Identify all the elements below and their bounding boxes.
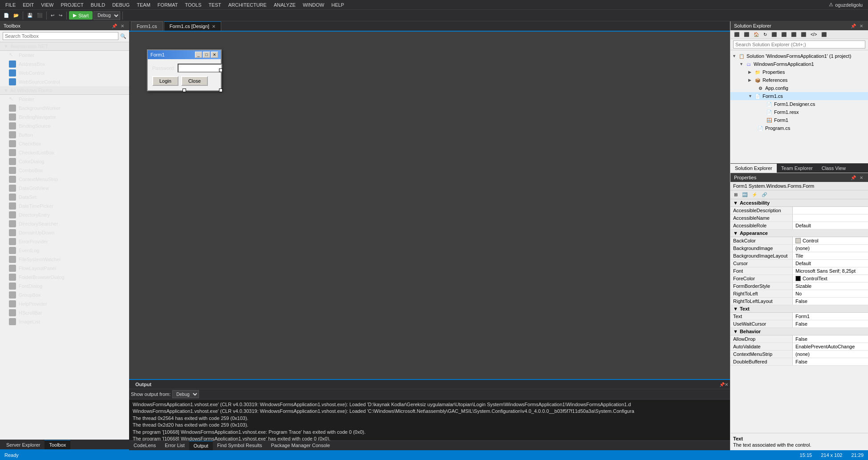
toolbox-item-bindingnavigator[interactable]: BindingNavigator xyxy=(0,113,129,121)
tab-codelens[interactable]: CodeLens xyxy=(129,441,160,450)
prop-val-cursor[interactable]: Default xyxy=(793,260,868,267)
tab-team-explorer[interactable]: Team Explorer xyxy=(777,164,817,173)
sol-tb-7[interactable]: ⬛ xyxy=(789,31,798,38)
menu-item-file[interactable]: FILE xyxy=(2,1,19,8)
toolbar-open[interactable]: 📂 xyxy=(12,12,20,19)
toolbox-item-imagelist[interactable]: ImageList xyxy=(0,317,129,326)
tab-form1cs[interactable]: Form1.cs xyxy=(131,21,163,31)
sol-tb-4[interactable]: ↻ xyxy=(762,31,769,38)
tree-form1-node[interactable]: 🪟 Form1 xyxy=(730,116,868,124)
menu-item-project[interactable]: PROJECT xyxy=(57,1,87,8)
toolbox-item-hscrollbar[interactable]: HScrollBar xyxy=(0,308,129,317)
toolbar-save[interactable]: 💾 xyxy=(25,12,34,19)
menu-item-build[interactable]: BUILD xyxy=(87,1,109,8)
tree-references[interactable]: ▶ 📦 References xyxy=(730,76,868,84)
prop-val-doublebuffered[interactable]: False xyxy=(793,358,868,365)
toolbox-pin-btn[interactable]: 📌 xyxy=(110,24,118,28)
prop-section-appearance[interactable]: ▼ Appearance xyxy=(730,230,868,237)
prop-val-allowdrop[interactable]: False xyxy=(793,335,868,343)
sol-tb-9[interactable]: </> xyxy=(809,31,819,38)
form-close-button[interactable]: Close xyxy=(181,76,208,86)
tree-project[interactable]: ▼ 🗂 WindowsFormsApplication1 xyxy=(730,60,868,68)
toolbox-item-helpprovider[interactable]: HelpProvider xyxy=(0,299,129,308)
toolbox-item-button[interactable]: Button xyxy=(0,130,129,139)
tab-output[interactable]: Output xyxy=(189,441,213,450)
toolbox-item-errorprovider[interactable]: ErrorProvider xyxy=(0,237,129,246)
toolbox-search-input[interactable] xyxy=(3,32,118,40)
menu-item-test[interactable]: TEST xyxy=(205,1,225,8)
prop-val-contextmenustrip[interactable]: (none) xyxy=(793,351,868,358)
sol-tb-8[interactable]: ⬛ xyxy=(799,31,808,38)
prop-val-bgimagelayout[interactable]: Tile xyxy=(793,252,868,259)
tab-server-explorer[interactable]: Server Explorer xyxy=(2,440,45,449)
toolbox-item-eventlog[interactable]: EventLog xyxy=(0,246,129,255)
toolbar-new[interactable]: 📄 xyxy=(2,12,11,19)
sol-tb-2[interactable]: ⬛ xyxy=(742,31,751,38)
tab-form1design-close[interactable]: ✕ xyxy=(212,24,215,29)
prop-section-text[interactable]: ▼ Text xyxy=(730,305,868,313)
tab-toolbox[interactable]: Toolbox xyxy=(45,440,70,449)
toolbox-section-winforms[interactable]: ▼ All Windows Forms xyxy=(0,86,129,95)
toolbox-item-pointer2[interactable]: ↖Pointer xyxy=(0,95,129,104)
prop-close-btn[interactable]: ✕ xyxy=(858,175,864,180)
menu-item-team[interactable]: TEAM xyxy=(133,1,154,8)
output-source-select[interactable]: Debug xyxy=(172,390,199,398)
prop-val-righttoleft[interactable]: No xyxy=(793,290,868,297)
output-pin-btn[interactable]: 📌 xyxy=(719,382,725,387)
sol-tb-5[interactable]: ⬛ xyxy=(770,31,779,38)
toolbox-item-checkedlistbox[interactable]: CheckedListBox xyxy=(0,148,129,157)
sol-tb-1[interactable]: ⬛ xyxy=(732,31,741,38)
toolbox-item-dataset[interactable]: DataSet xyxy=(0,193,129,202)
form-maximize-btn[interactable]: □ xyxy=(203,52,210,58)
toolbar-saveall[interactable]: ⬛ xyxy=(35,12,44,19)
toolbar-undo[interactable]: ↩ xyxy=(49,12,56,19)
menu-item-help[interactable]: HELP xyxy=(328,1,348,8)
tree-appconfig[interactable]: ⚙ App.config xyxy=(730,84,868,92)
prop-val-usewaitcursor[interactable]: False xyxy=(793,320,868,327)
tree-form1designer[interactable]: 📄 Form1.Designer.cs xyxy=(730,100,868,108)
login-button[interactable]: Login xyxy=(152,76,178,86)
tree-programcs[interactable]: 📄 Program.cs xyxy=(730,124,868,132)
menu-item-edit[interactable]: EDIT xyxy=(19,1,37,8)
sol-tb-10[interactable]: ⬛ xyxy=(819,31,828,38)
menu-item-debug[interactable]: DEBUG xyxy=(109,1,133,8)
toolbox-item-webcontrol[interactable]: WebControl xyxy=(0,69,129,77)
menu-item-window[interactable]: WINDOW xyxy=(299,1,328,8)
prop-val-autovalidate[interactable]: EnablePreventAutoChange xyxy=(793,343,868,350)
toolbox-item-websourcecontrol[interactable]: WebSourceControl xyxy=(0,77,129,86)
prop-tb-events[interactable]: ⚡ xyxy=(750,191,759,198)
solution-search-input[interactable] xyxy=(733,40,865,48)
toolbox-item-combobox[interactable]: ComboBox xyxy=(0,166,129,175)
sol-pin-btn[interactable]: 📌 xyxy=(849,24,857,28)
toolbox-item-directorysearcher[interactable]: DirectorySearcher xyxy=(0,219,129,228)
menu-item-format[interactable]: FORMAT xyxy=(154,1,182,8)
toolbox-item-contextmenustrip[interactable]: ContextMenuStrip xyxy=(0,175,129,184)
prop-tb-link[interactable]: 🔗 xyxy=(760,191,769,198)
tab-errorlist[interactable]: Error List xyxy=(160,441,189,450)
prop-section-accessibility[interactable]: ▼ Accessibility xyxy=(730,199,868,207)
design-canvas[interactable]: Form1 _ □ ✕ Password: Login Close xyxy=(129,32,730,379)
prop-val-righttoleftlayout[interactable]: False xyxy=(793,298,868,305)
prop-pin-btn[interactable]: 📌 xyxy=(849,175,857,180)
tree-properties[interactable]: ▶ 📁 Properties xyxy=(730,68,868,76)
sel-handle-bm[interactable] xyxy=(183,89,186,92)
toolbox-item-domainupdown[interactable]: DomainUpDown xyxy=(0,228,129,237)
menu-item-view[interactable]: VIEW xyxy=(37,1,57,8)
toolbox-item-bindingsource[interactable]: BindingSource xyxy=(0,121,129,130)
tab-solution-explorer[interactable]: Solution Explorer xyxy=(730,164,777,173)
toolbox-item-directoryentry[interactable]: DirectoryEntry xyxy=(0,210,129,219)
debug-mode-select[interactable]: Debug xyxy=(93,11,120,20)
password-input[interactable] xyxy=(178,64,222,73)
toolbox-item-fontdialog[interactable]: FontDialog xyxy=(0,282,129,291)
sol-tb-6[interactable]: ⬛ xyxy=(779,31,788,38)
toolbar-redo[interactable]: ↪ xyxy=(57,12,64,19)
toolbox-item-datagridview[interactable]: DataGridView xyxy=(0,184,129,193)
toolbox-item-folderbrowserdialog[interactable]: FolderBrowserDialog xyxy=(0,273,129,282)
form-minimize-btn[interactable]: _ xyxy=(195,52,202,58)
prop-section-behavior[interactable]: ▼ Behavior xyxy=(730,328,868,335)
tab-packagemanager[interactable]: Package Manager Console xyxy=(267,441,335,450)
prop-val-forecolor[interactable]: ControlText xyxy=(793,275,868,282)
tab-class-view[interactable]: Class View xyxy=(817,164,850,173)
toolbox-item-backgroundworker[interactable]: BackgroundWorker xyxy=(0,104,129,113)
prop-val-accessiblename[interactable] xyxy=(793,214,868,222)
